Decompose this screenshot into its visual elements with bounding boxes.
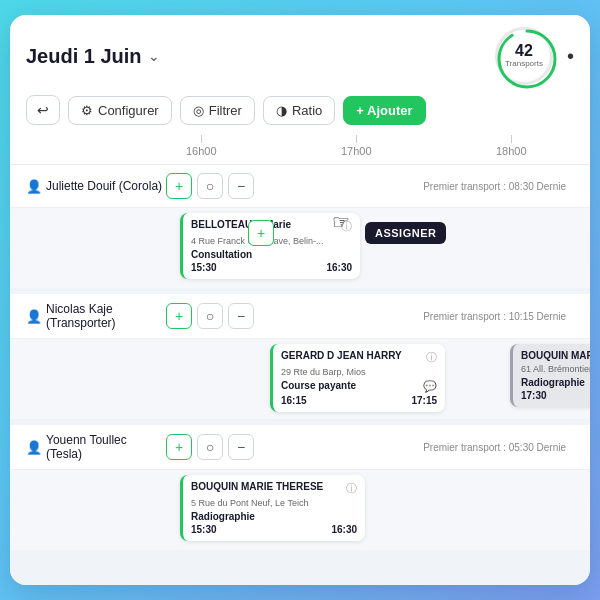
header: Jeudi 1 Juin ⌄ 42 Transports • ↩ ⚙ Confi… bbox=[10, 15, 590, 135]
card-type-2: Course payante bbox=[281, 380, 356, 391]
card-header-2: GERARD D JEAN HARRY ⓘ bbox=[281, 350, 437, 365]
driver-section-1: 👤 Juliette Douif (Corola) + ○ − Premier … bbox=[10, 165, 590, 288]
assign-tooltip[interactable]: ASSIGNER bbox=[365, 222, 446, 244]
back-button[interactable]: ↩ bbox=[26, 95, 60, 125]
card-times-3: 17:30 bbox=[521, 390, 590, 401]
transport-row-2: GERARD D JEAN HARRY ⓘ 29 Rte du Barp, Mi… bbox=[10, 339, 590, 419]
circle-btn-2[interactable]: ○ bbox=[197, 303, 223, 329]
app-container: Jeudi 1 Juin ⌄ 42 Transports • ↩ ⚙ Confi… bbox=[10, 15, 590, 585]
card-type-3: Radiographie bbox=[521, 377, 590, 388]
driver-row-1: 👤 Juliette Douif (Corola) + ○ − Premier … bbox=[10, 165, 590, 208]
timeline-header: 16h00 17h00 18h00 bbox=[10, 135, 590, 165]
driver-row-2: 👤 Nicolas Kaje (Transporter) + ○ − Premi… bbox=[10, 294, 590, 339]
add-transport-btn-2[interactable]: + bbox=[166, 303, 192, 329]
date-title: Jeudi 1 Juin bbox=[26, 45, 142, 68]
transport-card-2[interactable]: GERARD D JEAN HARRY ⓘ 29 Rte du Barp, Mi… bbox=[270, 344, 445, 412]
card-address-3: 61 All. Brémontier, Gujan-M... bbox=[521, 364, 590, 374]
add-transport-btn-1[interactable]: + bbox=[166, 173, 192, 199]
card-type-row-2: Course payante 💬 bbox=[281, 380, 437, 393]
info-icon-4[interactable]: ⓘ bbox=[346, 481, 357, 496]
transport-row-3: BOUQUIN MARIE THERESE ⓘ 5 Rue du Pont Ne… bbox=[10, 470, 590, 550]
chat-icon-2[interactable]: 💬 bbox=[423, 380, 437, 393]
info-icon-2[interactable]: ⓘ bbox=[426, 350, 437, 365]
transport-label: Transports bbox=[505, 59, 543, 69]
add-button[interactable]: + Ajouter bbox=[343, 96, 425, 125]
add-transport-btn-3[interactable]: + bbox=[166, 434, 192, 460]
driver-meta-2: Premier transport : 10:15 Dernie bbox=[262, 311, 574, 322]
minus-btn-2[interactable]: − bbox=[228, 303, 254, 329]
transport-circle: 42 Transports bbox=[495, 27, 553, 85]
ratio-button[interactable]: ◑ Ratio bbox=[263, 96, 335, 125]
time-mark-17: 17h00 bbox=[341, 135, 372, 157]
driver-actions-2: + ○ − bbox=[166, 303, 254, 329]
filter-button[interactable]: ◎ Filtrer bbox=[180, 96, 255, 125]
transport-row-1: BELLOTEAU D Marie ⓘ 4 Rue Franck Cazenav… bbox=[10, 208, 590, 288]
driver-section-3: 👤 Youenn Toullec (Tesla) + ○ − Premier t… bbox=[10, 425, 590, 550]
card-type-4: Radiographie bbox=[191, 511, 357, 522]
driver-actions-3: + ○ − bbox=[166, 434, 254, 460]
time-mark-line bbox=[356, 135, 357, 143]
time-mark-16: 16h00 bbox=[186, 135, 217, 157]
configure-button[interactable]: ⚙ Configurer bbox=[68, 96, 172, 125]
ratio-icon: ◑ bbox=[276, 103, 287, 118]
card-header-3: BOUQUIN MARIE THERESE bbox=[521, 350, 590, 362]
driver-row-3: 👤 Youenn Toullec (Tesla) + ○ − Premier t… bbox=[10, 425, 590, 470]
card-address-2: 29 Rte du Barp, Mios bbox=[281, 367, 437, 377]
gear-icon: ⚙ bbox=[81, 103, 93, 118]
circle-btn-1[interactable]: ○ bbox=[197, 173, 223, 199]
toolbar: ↩ ⚙ Configurer ◎ Filtrer ◑ Ratio + Ajout… bbox=[26, 95, 574, 135]
time-mark-line bbox=[511, 135, 512, 143]
more-icon[interactable]: • bbox=[567, 45, 574, 68]
driver-name-2: Nicolas Kaje (Transporter) bbox=[46, 302, 166, 330]
transport-count: 42 bbox=[515, 43, 533, 59]
transport-timeline-3: BOUQUIN MARIE THERESE ⓘ 5 Rue du Pont Ne… bbox=[170, 470, 590, 550]
card-address-4: 5 Rue du Pont Neuf, Le Teich bbox=[191, 498, 357, 508]
minus-btn-1[interactable]: − bbox=[228, 173, 254, 199]
card-times-4: 15:30 16:30 bbox=[191, 524, 357, 535]
filter-icon: ◎ bbox=[193, 103, 204, 118]
driver-meta-3: Premier transport : 05:30 Dernie bbox=[262, 442, 574, 453]
driver-actions-1: + ○ − bbox=[166, 173, 254, 199]
time-mark-18: 18h00 bbox=[496, 135, 527, 157]
time-mark-line bbox=[201, 135, 202, 143]
transport-timeline-1: BELLOTEAU D Marie ⓘ 4 Rue Franck Cazenav… bbox=[170, 208, 590, 288]
driver-info-1: 👤 Juliette Douif (Corola) bbox=[26, 179, 166, 194]
transport-card-3[interactable]: BOUQUIN MARIE THERESE 61 All. Brémontier… bbox=[510, 344, 590, 407]
card-times-1: 15:30 16:30 bbox=[191, 262, 352, 273]
driver-info-3: 👤 Youenn Toullec (Tesla) bbox=[26, 433, 166, 461]
timeline-marks: 16h00 17h00 18h00 bbox=[186, 135, 574, 165]
circle-btn-3[interactable]: ○ bbox=[197, 434, 223, 460]
add-clicked-btn[interactable]: + bbox=[248, 220, 274, 246]
card-header-4: BOUQUIN MARIE THERESE ⓘ bbox=[191, 481, 357, 496]
header-top: Jeudi 1 Juin ⌄ 42 Transports • bbox=[26, 27, 574, 85]
person-icon-2: 👤 bbox=[26, 309, 42, 324]
driver-info-2: 👤 Nicolas Kaje (Transporter) bbox=[26, 302, 166, 330]
card-times-2: 16:15 17:15 bbox=[281, 395, 437, 406]
card-type-1: Consultation bbox=[191, 249, 352, 260]
person-icon-1: 👤 bbox=[26, 179, 42, 194]
info-icon-1[interactable]: ⓘ bbox=[341, 219, 352, 234]
driver-meta-1: Premier transport : 08:30 Dernie bbox=[262, 181, 574, 192]
person-icon-3: 👤 bbox=[26, 440, 42, 455]
transport-card-4[interactable]: BOUQUIN MARIE THERESE ⓘ 5 Rue du Pont Ne… bbox=[180, 475, 365, 541]
transport-timeline-2: GERARD D JEAN HARRY ⓘ 29 Rte du Barp, Mi… bbox=[170, 339, 590, 419]
chevron-down-icon[interactable]: ⌄ bbox=[148, 48, 160, 64]
driver-name-1: Juliette Douif (Corola) bbox=[46, 179, 162, 193]
minus-btn-3[interactable]: − bbox=[228, 434, 254, 460]
driver-section-2: 👤 Nicolas Kaje (Transporter) + ○ − Premi… bbox=[10, 294, 590, 419]
schedule-area: 👤 Juliette Douif (Corola) + ○ − Premier … bbox=[10, 165, 590, 585]
driver-name-3: Youenn Toullec (Tesla) bbox=[46, 433, 166, 461]
